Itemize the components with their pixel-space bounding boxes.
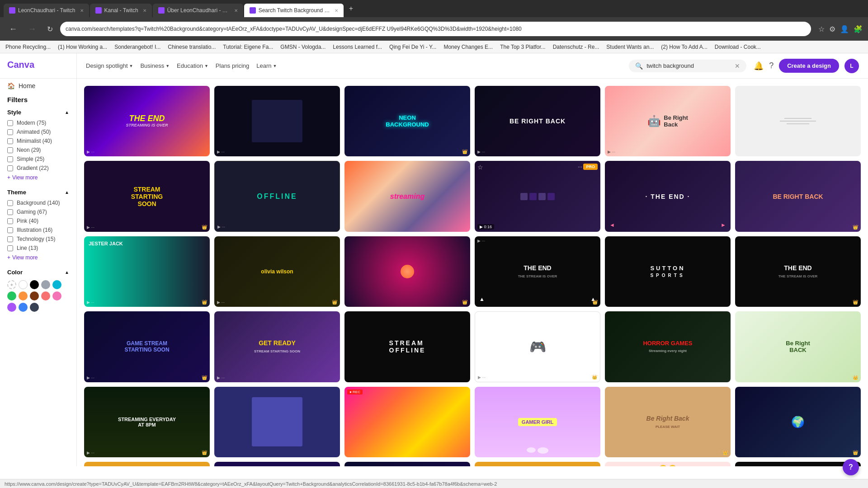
style-animated-checkbox[interactable] (7, 129, 13, 135)
user-avatar[interactable]: L (844, 59, 859, 73)
theme-line[interactable]: Line (13) (0, 244, 76, 253)
help-header-icon[interactable]: ? (769, 61, 774, 70)
swatch-brown[interactable] (30, 291, 39, 300)
swatch-green[interactable] (7, 291, 16, 300)
template-card-27[interactable]: ● REC (344, 387, 470, 457)
template-card-5[interactable]: 🤖 Be RightBack ▶ ··· (605, 86, 731, 156)
theme-background-checkbox[interactable] (7, 200, 13, 206)
theme-gaming-checkbox[interactable] (7, 209, 13, 215)
swatch-dark[interactable] (30, 303, 39, 312)
template-card-10[interactable]: ▶ 0:16 PRO ☆ ··· (475, 161, 600, 231)
template-card-3[interactable]: NEONBACKGROUND 👑 (344, 86, 470, 156)
template-card-30[interactable]: 🌍 👑 (735, 387, 861, 457)
swatch-pink[interactable] (52, 291, 61, 300)
nav-education[interactable]: Education▼ (177, 62, 208, 69)
bookmark-12[interactable]: Student Wants an... (606, 44, 654, 50)
template-card-7[interactable]: STREAMSTARTINGSOON ▶ ··· 👑 (84, 161, 210, 231)
template-card-19[interactable]: GAME STREAMSTARTING SOON ▶ ··· 👑 (84, 311, 210, 382)
style-minimalist[interactable]: Minimalist (40) (0, 136, 76, 145)
template-card-31[interactable]: IVY FEMME (84, 462, 210, 466)
tab-1[interactable]: LeonChaudhari - Twitch ✕ (4, 4, 89, 17)
template-card-4[interactable]: BE RIGHT BACK ▶ ··· (475, 86, 600, 156)
template-card-22[interactable]: 🎮 ▶ ··· 👑 (475, 311, 600, 382)
template-card-23[interactable]: HORROR GAMESStreaming every night (605, 311, 731, 382)
template-card-34[interactable]: STREAMSTARTINGSOON (475, 462, 600, 466)
sidebar-home[interactable]: 🏠 Home (0, 79, 76, 93)
tab-2[interactable]: Kanal - Twitch ✕ (90, 4, 152, 17)
swatch-white[interactable] (19, 280, 28, 289)
theme-technology-checkbox[interactable] (7, 236, 13, 242)
tab-2-close[interactable]: ✕ (143, 8, 146, 13)
search-bar[interactable]: 🔍 ✕ (629, 60, 746, 72)
bookmark-9[interactable]: Money Changes E... (443, 44, 493, 50)
template-card-15[interactable]: 👑 (344, 236, 470, 307)
swatch-black[interactable] (30, 280, 39, 289)
theme-filter-title[interactable]: Theme ▲ (0, 186, 76, 198)
tab-3-close[interactable]: ✕ (234, 8, 238, 13)
profile-icon[interactable]: 👤 (840, 25, 849, 33)
color-filter-title[interactable]: Color ▲ (0, 266, 76, 278)
template-card-16[interactable]: THE ENDTHE STREAM IS OVER ▲ ▲ ▶ ··· 👑 (475, 236, 600, 307)
template-card-9[interactable]: streaming (344, 161, 470, 231)
bookmark-14[interactable]: Download - Cook... (715, 44, 761, 50)
swatch-add[interactable]: + (7, 280, 16, 289)
template-card-8[interactable]: OFFLINE ▶ ··· (214, 161, 340, 231)
style-simple-checkbox[interactable] (7, 156, 13, 162)
card-10-dots[interactable]: ··· (578, 164, 582, 170)
bookmark-8[interactable]: Qing Fei De Yi - Y... (389, 44, 436, 50)
template-card-1[interactable]: THE ENDSTREAMING IS OVER ▶ ··· (84, 86, 210, 156)
theme-pink[interactable]: Pink (40) (0, 216, 76, 225)
style-gradient[interactable]: Gradient (22) (0, 164, 76, 173)
style-gradient-checkbox[interactable] (7, 165, 13, 171)
theme-gaming[interactable]: Gaming (67) (0, 207, 76, 216)
bookmark-5[interactable]: Tutorial: Eigene Fa... (223, 44, 273, 50)
address-bar[interactable]: canva.com/search/templates?q=Twitch%20Ba… (60, 22, 811, 36)
new-tab-button[interactable]: + (344, 5, 358, 13)
swatch-gray[interactable] (41, 280, 50, 289)
bookmark-10[interactable]: The Top 3 Platfor... (500, 44, 546, 50)
template-card-6[interactable] (735, 86, 861, 156)
search-clear-icon[interactable]: ✕ (735, 62, 740, 70)
swatch-orange[interactable] (19, 291, 28, 300)
style-neon[interactable]: Neon (29) (0, 145, 76, 155)
template-card-32[interactable]: THE YARD (214, 462, 340, 466)
theme-illustration[interactable]: Illustration (16) (0, 225, 76, 235)
template-card-17[interactable]: SUTTONSPORTS (605, 236, 731, 307)
nav-plans-pricing[interactable]: Plans pricing (216, 62, 249, 69)
bookmark-2[interactable]: (1) How Working a... (58, 44, 107, 50)
reload-button[interactable]: ↻ (43, 23, 57, 35)
bookmark-1[interactable]: Phone Recycling... (5, 44, 51, 50)
template-card-33[interactable]: GAME STREAMSTARTING SOON (344, 462, 470, 466)
style-modern-checkbox[interactable] (7, 120, 13, 126)
template-card-36[interactable]: ··· (735, 462, 861, 466)
template-card-25[interactable]: STREAMING EVERYDAYAT 8PM ▶ ··· 👑 (84, 387, 210, 457)
bookmark-6[interactable]: GMSN - Vologda... (280, 44, 326, 50)
create-design-button[interactable]: Create a design (779, 59, 839, 73)
swatch-red[interactable] (41, 291, 50, 300)
theme-view-more[interactable]: + View more (0, 253, 76, 263)
bell-icon[interactable]: 🔔 (754, 61, 764, 71)
tab-3[interactable]: Über LeonChaudhari - Twitch ✕ (153, 4, 243, 17)
style-filter-title[interactable]: Style ▲ (0, 106, 76, 118)
theme-pink-checkbox[interactable] (7, 218, 13, 224)
theme-background[interactable]: Background (140) (0, 198, 76, 207)
template-card-29[interactable]: Be Right BackPLEASE WAIT 👑 (605, 387, 731, 457)
bookmark-icon[interactable]: ☆ (818, 25, 825, 33)
tab-4-active[interactable]: Search Twitch Background - C... ✕ (244, 4, 344, 17)
settings-icon[interactable]: ⚙ (829, 25, 835, 33)
template-card-2[interactable]: ▶ ··· (214, 86, 340, 156)
back-button[interactable]: ← (5, 23, 21, 36)
swatch-purple[interactable] (7, 303, 16, 312)
bookmark-11[interactable]: Datenschutz - Re... (553, 44, 599, 50)
style-simple[interactable]: Simple (25) (0, 155, 76, 164)
tab-1-close[interactable]: ✕ (80, 8, 84, 13)
style-minimalist-checkbox[interactable] (7, 138, 13, 144)
bookmark-7[interactable]: Lessons Learned f... (333, 44, 382, 50)
theme-illustration-checkbox[interactable] (7, 227, 13, 233)
help-button[interactable]: ? (843, 459, 859, 475)
swatch-cyan[interactable] (52, 280, 61, 289)
nav-learn[interactable]: Learn▼ (256, 62, 277, 69)
bookmark-13[interactable]: (2) How To Add A... (661, 44, 708, 50)
extensions-icon[interactable]: 🧩 (854, 25, 863, 33)
template-card-24[interactable]: Be RightBACK 👑 (735, 311, 861, 382)
